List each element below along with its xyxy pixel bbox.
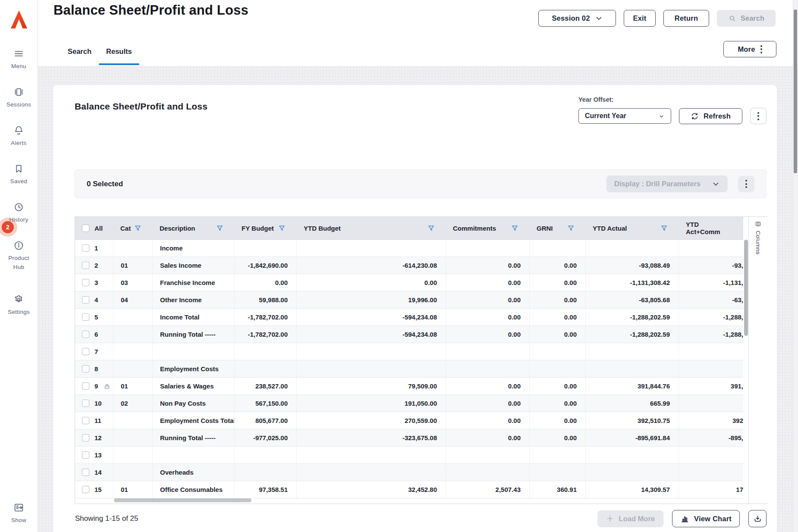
sidebar-item-product-hub[interactable]: Product Hub: [0, 240, 38, 272]
toolbar-kebab-button[interactable]: [738, 176, 754, 192]
cell-commitments: 0.00: [446, 309, 530, 325]
tab-results[interactable]: Results: [99, 47, 139, 66]
table-row[interactable]: 7: [75, 343, 743, 360]
cell-description: Franchise Income: [153, 274, 235, 291]
sidebar-item-label: Settings: [4, 308, 34, 317]
table-row[interactable]: 404Other Income59,988.0019,996.000.000.0…: [75, 291, 743, 309]
return-button[interactable]: Return: [663, 10, 709, 27]
cell-fy-budget: -1,782,702.00: [235, 326, 297, 343]
filter-icon[interactable]: [660, 225, 668, 232]
panel-kebab-button[interactable]: [750, 108, 767, 124]
row-checkbox[interactable]: [82, 331, 89, 338]
cell-grni: [530, 343, 586, 360]
sidebar-item-alerts[interactable]: Alerts: [0, 125, 38, 148]
cell-ytd-act-comm: -1,288,: [679, 309, 743, 325]
row-checkbox[interactable]: [82, 348, 89, 355]
menu-icon: [13, 48, 24, 59]
cell-grni: [530, 240, 586, 257]
row-checkbox[interactable]: [82, 279, 89, 286]
horizontal-scrollbar-thumb[interactable]: [114, 498, 251, 502]
filter-icon[interactable]: [567, 225, 575, 232]
cell-cat: [113, 447, 153, 463]
cell-description: Running Total -----: [153, 326, 235, 343]
table-body: 1Income201Sales Income-1,842,690.00-614,…: [75, 240, 743, 498]
cell-cat: [113, 343, 153, 360]
cell-commitments: 0.00: [446, 326, 530, 343]
cell-cat: 01: [113, 257, 153, 274]
cell-grni: 0.00: [530, 291, 586, 308]
exit-button[interactable]: Exit: [624, 10, 656, 27]
session-dropdown[interactable]: Session 02: [538, 10, 616, 27]
filter-icon[interactable]: [278, 225, 286, 232]
sidebar-item-saved[interactable]: Saved: [0, 163, 38, 186]
table-row[interactable]: 5Income Total-1,782,702.00-594,234.080.0…: [75, 309, 743, 326]
view-chart-button[interactable]: View Chart: [672, 510, 740, 527]
cell-ytd-actual: [586, 343, 679, 360]
table-row[interactable]: 13: [75, 447, 743, 464]
info-icon: [13, 240, 24, 251]
table-row[interactable]: 303Franchise Income0.000.000.000.00-1,13…: [75, 274, 743, 291]
table-row[interactable]: 901Salaries & Wages238,527.0079,509.000.…: [75, 378, 743, 395]
cell-ytd-act-comm: [679, 360, 743, 377]
cell-commitments: [446, 447, 530, 463]
table-row[interactable]: 8Employment Costs: [75, 360, 743, 378]
refresh-button[interactable]: Refresh: [679, 108, 742, 124]
filter-icon[interactable]: [216, 225, 223, 232]
tab-search[interactable]: Search: [60, 47, 99, 66]
bar-chart-icon: [680, 514, 689, 523]
year-offset-select[interactable]: Current Year: [578, 108, 671, 124]
sidebar-item-settings[interactable]: Settings: [0, 294, 38, 317]
results-panel: Balance Sheet/Profit and Loss Year Offse…: [53, 84, 777, 532]
filter-icon[interactable]: [427, 225, 435, 232]
filter-icon[interactable]: [511, 225, 518, 232]
table-row[interactable]: 1501Office Consumables97,358.5132,452.80…: [75, 481, 743, 498]
cell-description: Sales Income: [153, 257, 235, 274]
cell-cat: [113, 240, 153, 257]
window-scrollbar-thumb[interactable]: [794, 9, 797, 173]
row-number: 5: [94, 313, 98, 321]
cell-select: 13: [75, 447, 113, 463]
row-checkbox[interactable]: [82, 417, 89, 424]
row-checkbox[interactable]: [82, 486, 89, 493]
row-checkbox[interactable]: [82, 313, 89, 321]
cell-ytd-actual: [586, 464, 679, 481]
columns-panel-toggle[interactable]: Columns: [748, 217, 767, 504]
download-icon: [753, 514, 762, 523]
vertical-scrollbar-thumb[interactable]: [744, 240, 748, 336]
row-checkbox[interactable]: [82, 434, 89, 441]
table-row[interactable]: 201Sales Income-1,842,690.00-614,230.080…: [75, 257, 743, 274]
row-number: 1: [94, 244, 98, 252]
table-row[interactable]: 6Running Total ------1,782,702.00-594,23…: [75, 326, 743, 343]
table-row[interactable]: 12Running Total ------977,025.00-323,675…: [75, 429, 743, 447]
cell-ytd-actual: [586, 447, 679, 463]
columns-icon: [755, 221, 761, 227]
select-all-checkbox[interactable]: [82, 225, 89, 232]
more-button[interactable]: More: [723, 41, 776, 57]
row-checkbox[interactable]: [82, 469, 89, 476]
row-checkbox[interactable]: [82, 262, 89, 269]
panel-header: Balance Sheet/Profit and Loss Year Offse…: [75, 96, 767, 124]
row-checkbox[interactable]: [82, 365, 89, 372]
table-row[interactable]: 14Overheads: [75, 464, 743, 481]
table-vertical-scrollbar: [743, 217, 748, 504]
download-button[interactable]: [748, 510, 767, 527]
table-row[interactable]: 11Employment Costs Total805,677.00270,55…: [75, 412, 743, 429]
sidebar-item-show[interactable]: Show: [0, 502, 38, 525]
row-checkbox[interactable]: [82, 451, 89, 459]
filter-icon[interactable]: [134, 225, 141, 232]
table-row[interactable]: 1002Non Pay Costs567,150.00191,050.000.0…: [75, 395, 743, 412]
display-drill-parameters-button[interactable]: Display : Drill Parameters: [606, 175, 728, 192]
row-checkbox[interactable]: [82, 244, 89, 252]
search-button[interactable]: Search: [717, 10, 776, 27]
cell-ytd-actual: 14,309.57: [586, 481, 679, 498]
table-row[interactable]: 1Income: [75, 240, 743, 257]
cell-select: 7: [75, 343, 113, 360]
cell-grni: 0.00: [530, 412, 586, 429]
sidebar-item-sessions[interactable]: Sessions: [0, 87, 38, 110]
gear-icon: [13, 294, 24, 305]
row-checkbox[interactable]: [82, 296, 89, 304]
load-more-button[interactable]: Load More: [597, 510, 663, 527]
row-checkbox[interactable]: [82, 400, 89, 407]
sidebar-item-menu[interactable]: Menu: [0, 48, 38, 71]
row-checkbox[interactable]: [82, 382, 89, 390]
